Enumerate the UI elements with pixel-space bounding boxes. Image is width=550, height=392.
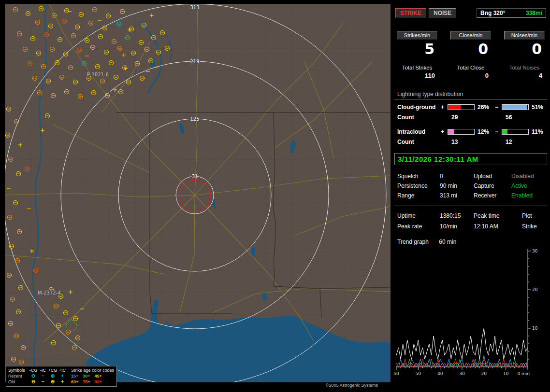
cg-negative-count: 56 (502, 114, 530, 121)
age-legend-title: Strike age color codes (71, 367, 114, 373)
age-row-recent: 15+30+45+ (71, 373, 114, 379)
peak-rate-value: 10/min (440, 221, 474, 232)
strike-button[interactable]: STRIKE (395, 8, 426, 18)
range-ring-label: 219 (190, 59, 199, 64)
intracloud-label: Intracloud (397, 128, 441, 135)
legend-cell: + (58, 379, 67, 385)
total-close: Total Close 0 (450, 65, 491, 79)
legend-cell: ⊖ (29, 379, 38, 385)
uptime-label: Uptime (397, 210, 440, 221)
legend-cell: -IC (38, 367, 48, 373)
trend-header: Trend graph 60 min (394, 238, 547, 245)
noise-button[interactable]: NOISE (429, 8, 456, 18)
trend-window: 60 min (439, 238, 456, 245)
cloud-ground-block: Cloud-ground + 26% − 51% Count 29 56 (394, 104, 547, 121)
peak-time-value: 12:10 AM (474, 221, 522, 232)
cg-positive-bar (448, 104, 475, 110)
legend-cell: -CG (29, 367, 38, 373)
ic-negative-count: 12 (502, 139, 530, 145)
age-code-90+: 90+ (95, 379, 102, 384)
legend-cell: +CG (48, 367, 58, 373)
total-strikes-label: Total Strikes (397, 65, 437, 70)
total-close-value: 0 (450, 72, 491, 79)
persistence-value: 90 min (440, 181, 474, 191)
ic-positive-bar (448, 129, 475, 135)
peak-rate-label: Peak rate (397, 221, 440, 232)
age-code-30+: 30+ (83, 374, 90, 378)
app-window: { "map": { "center": {"x": 393, "y": 396… (0, 0, 550, 392)
panel-top-row: STRIKE NOISE Bng 320° 338mi (395, 8, 546, 18)
legend-cell: ⊖ (29, 373, 38, 379)
intracloud-block: Intracloud + 12% − 11% Count 13 12 (394, 128, 547, 145)
cg-positive-count: 29 (448, 114, 476, 121)
station-label: M-2372-4 (38, 290, 61, 295)
legend-cell: Symbols (8, 367, 29, 373)
legend-cell: ⊕ (48, 379, 58, 385)
rate-boxes-row: Strikes/min Close/min Noises/min (394, 31, 547, 40)
count-label: Count (397, 139, 441, 145)
count-label: Count (397, 114, 441, 121)
total-noises-value: 4 (504, 72, 545, 79)
bearing-label: Bng 320° (480, 10, 505, 16)
close-per-min-box: Close/min (450, 31, 491, 40)
minus-sign: − (495, 128, 502, 135)
trend-series-cg-negative (396, 355, 528, 367)
y-tick-label: 20 (532, 287, 538, 292)
datetime-display: 3/11/2026 12:30:11 AM (394, 153, 547, 165)
total-strikes-value: 110 (397, 72, 437, 79)
y-tick-label: 30 (532, 249, 538, 253)
noises-per-min-box: Noises/min (504, 31, 545, 40)
upload-label: Upload (474, 171, 511, 181)
legend-cell: − (38, 373, 48, 379)
totals-row: Total Strikes 110 Total Close 0 Total No… (394, 65, 547, 79)
legend-cell: Recent (8, 373, 29, 379)
status-panel: STRIKE NOISE Bng 320° 338mi Strikes/min … (394, 4, 547, 388)
trend-series-strike-rate (396, 328, 528, 359)
x-tick-label: 60 (394, 371, 399, 376)
range-ring-label: 313 (190, 5, 199, 10)
receiver-status: Enabled (511, 191, 547, 200)
x-tick-label: 10 (503, 371, 509, 376)
squelch-value: 0 (440, 171, 474, 181)
age-code-60+: 60+ (71, 379, 78, 384)
capture-label: Capture (474, 181, 511, 191)
peak-time-label: Peak time (474, 210, 522, 221)
age-legend: Strike age color codes 15+30+45+ 60+75+9… (71, 367, 114, 385)
x-tick-label: 20 (481, 371, 487, 376)
intracloud-count-row: Count 13 12 (394, 139, 547, 145)
bearing-distance: 338mi (526, 10, 542, 16)
strikes-per-min-box: Strikes/min (397, 31, 437, 40)
plot-label: Plot (522, 210, 547, 221)
divider (394, 206, 547, 206)
legend-cell: Old (8, 379, 29, 385)
station-label: P-1821-6 (87, 72, 109, 77)
uptime-value: 1380:15 (440, 210, 474, 221)
cloud-ground-row: Cloud-ground + 26% − 51% (394, 104, 547, 111)
receiver-label: Receiver (474, 191, 511, 200)
capture-status: Active (511, 181, 547, 191)
cg-negative-pct: 51% (530, 104, 547, 111)
range-ring-label: 31 (192, 174, 198, 179)
close-per-min-value: 0 (450, 41, 491, 57)
cg-positive-pct: 26% (476, 104, 495, 111)
stats-grid: Uptime 1380:15 Peak time Plot Peak rate … (394, 210, 547, 232)
legend-cell: + (58, 373, 67, 379)
trend-chart: 1020306050403020100 min (394, 247, 546, 377)
age-row-old: 60+75+90+ (71, 379, 114, 385)
plus-sign: + (441, 104, 448, 111)
plot-value: Strike (522, 221, 547, 232)
persistence-label: Persistence (397, 181, 440, 191)
lake (262, 292, 267, 301)
x-tick-label: 0 min (517, 371, 530, 376)
ic-negative-bar (502, 129, 529, 135)
distribution-title: Lightning type distribution (394, 91, 547, 99)
x-tick-label: 30 (459, 371, 465, 376)
trend-graph-label: Trend graph (397, 238, 429, 245)
age-code-75+: 75+ (83, 379, 90, 384)
total-strikes: Total Strikes 110 (397, 65, 437, 79)
map-legend: Symbols-CG-IC+CG+ICRecent⊖−⊕+Old⊖−⊕+ Str… (6, 366, 117, 387)
total-close-label: Total Close (450, 65, 491, 70)
intracloud-row: Intracloud + 12% − 11% (394, 128, 547, 135)
lightning-map[interactable]: 31321912531P-1821-6M-2372-4 Symbols-CG-I… (5, 4, 391, 388)
cloud-ground-label: Cloud-ground (397, 104, 441, 111)
